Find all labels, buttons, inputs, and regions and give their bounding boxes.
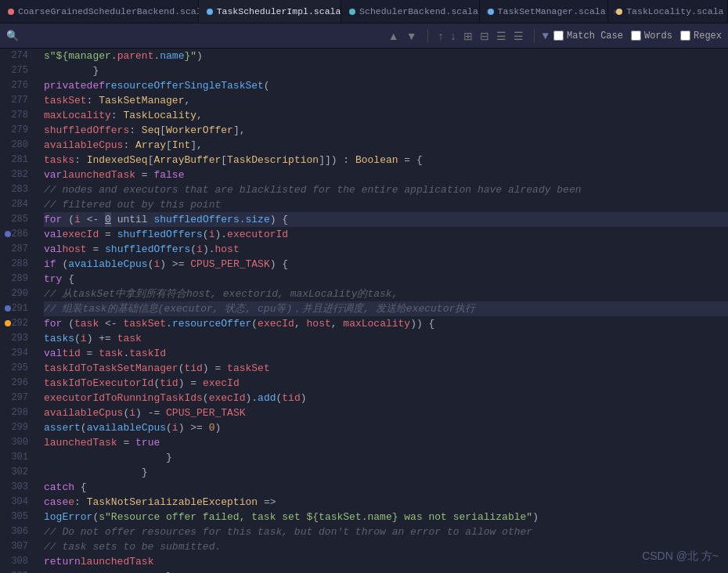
code-line: logError(s"Resource offer failed, task s… <box>44 510 728 524</box>
code-line: // task sets to be submitted. <box>44 539 728 554</box>
line-number: 304 <box>3 495 31 510</box>
line-number: 278 <box>3 108 31 123</box>
line-number: 308 <box>3 554 31 569</box>
code-line: availableCpus: Array[Int], <box>44 138 728 153</box>
result-btn3[interactable]: ☰ <box>494 29 509 43</box>
code-line: // 组装task的基础信息(executor, 状态, cpu等)，并且进行调… <box>44 301 728 316</box>
code-line: shuffledOffers: Seq[WorkerOffer], <box>44 123 728 138</box>
result-btn1[interactable]: ⊞ <box>461 29 475 43</box>
result-btn4[interactable]: ☰ <box>511 29 526 43</box>
code-line: case e: TaskNotSerializableException => <box>44 495 728 510</box>
line-number: 292 <box>3 316 31 331</box>
code-line: try { <box>44 272 728 286</box>
words-checkbox[interactable] <box>631 31 641 41</box>
search-nav2: ↑ ↓ ⊞ ⊟ ☰ ☰ <box>436 29 526 43</box>
code-line: // filtered out by this point <box>44 197 728 212</box>
search-nav: ▲ ▼ <box>386 29 420 43</box>
line-number: 282 <box>3 168 31 182</box>
line-numbers: 2742752762772782792802812822832842852862… <box>0 49 38 573</box>
scroll-up-button[interactable]: ↑ <box>436 29 446 43</box>
code-line: val host = shuffledOffers(i).host <box>44 242 728 257</box>
tab-dot <box>616 9 622 15</box>
tab-label: TaskSchedulerImpl.scala <box>217 6 341 16</box>
regex-label: Regex <box>694 31 722 41</box>
next-result-button[interactable]: ▼ <box>404 29 420 43</box>
line-number: 301 <box>3 450 31 465</box>
words-option[interactable]: Words <box>631 31 672 41</box>
match-case-label: Match Case <box>567 31 623 41</box>
line-number: 279 <box>3 123 31 138</box>
code-line: launchedTask = true <box>44 435 728 450</box>
search-divider <box>427 29 428 43</box>
regex-checkbox[interactable] <box>680 31 690 41</box>
line-number: 283 <box>3 182 31 197</box>
line-number: 305 <box>3 510 31 524</box>
search-options: Match Case Words Regex <box>553 31 722 41</box>
code-line: // 从taskSet中拿到所有符合host, exectorid, maxLo… <box>44 286 728 301</box>
code-line: availableCpus(i) -= CPUS_PER_TASK <box>44 405 728 420</box>
line-number: 306 <box>3 524 31 539</box>
code-line: tasks: IndexedSeq[ArrayBuffer[TaskDescri… <box>44 153 728 168</box>
line-number: 302 <box>3 465 31 480</box>
search-input[interactable] <box>23 30 381 41</box>
code-line: val tid = task.taskId <box>44 346 728 361</box>
line-number: 299 <box>3 420 31 435</box>
line-number: 284 <box>3 197 31 212</box>
code-line: } <box>44 450 728 465</box>
line-number: 280 <box>3 138 31 153</box>
match-case-option[interactable]: Match Case <box>553 31 623 41</box>
code-line: taskSet: TaskSetManager, <box>44 93 728 108</box>
tab-label: SchedulerBackend.scala <box>359 6 478 16</box>
code-line: for (task <- taskSet.resourceOffer(execI… <box>44 316 728 331</box>
match-case-checkbox[interactable] <box>553 31 564 41</box>
search-bar: 🔍 ▲ ▼ ↑ ↓ ⊞ ⊟ ☰ ☰ ▼ Match Case Words Reg… <box>0 23 728 49</box>
code-line: for (i <- 0 until shuffledOffers.size) { <box>44 212 728 227</box>
code-area[interactable]: s"${manager.parent.name}") } private def… <box>38 49 728 573</box>
scroll-down-button[interactable]: ↓ <box>449 29 459 43</box>
code-line: return launchedTask <box>44 554 728 569</box>
tab-label: TaskSetManager.scala <box>498 6 606 16</box>
line-number: 286 <box>3 227 31 242</box>
line-number: 294 <box>3 346 31 361</box>
code-line: private def resourceOfferSingleTaskSet( <box>44 78 728 93</box>
code-line: var launchedTask = false <box>44 168 728 182</box>
code-line: } <box>44 63 728 78</box>
line-number: 275 <box>3 63 31 78</box>
tab-dot <box>349 9 355 15</box>
line-number: 309 <box>3 569 31 573</box>
regex-option[interactable]: Regex <box>680 31 722 41</box>
tab-tasklocality[interactable]: TaskLocality.scala ✕ <box>608 0 728 23</box>
line-number: 300 <box>3 435 31 450</box>
result-btn2[interactable]: ⊟ <box>478 29 492 43</box>
line-number: 290 <box>3 286 31 301</box>
code-line: // Do not offer resources for this task,… <box>44 524 728 539</box>
filter-icon[interactable]: ▼ <box>542 30 549 42</box>
line-number: 295 <box>3 361 31 376</box>
tab-schedulerbackend[interactable]: SchedulerBackend.scala ✕ <box>341 0 480 23</box>
tab-tasksetmanager[interactable]: TaskSetManager.scala ✕ <box>480 0 609 23</box>
line-number: 289 <box>3 272 31 286</box>
code-line: maxLocality: TaskLocality, <box>44 108 728 123</box>
code-line: if (availableCpus(i) >= CPUS_PER_TASK) { <box>44 257 728 272</box>
code-line: // nodes and executors that are blacklis… <box>44 182 728 197</box>
line-number: 277 <box>3 93 31 108</box>
code-line: executorIdToRunningTaskIds(execId).add(t… <box>44 391 728 405</box>
words-label: Words <box>644 31 672 41</box>
tab-dot <box>207 9 213 15</box>
line-number: 285 <box>3 212 31 227</box>
tab-dot <box>8 9 14 15</box>
tab-label: CoarseGrainedSchedulerBackend.scala <box>18 6 207 16</box>
editor: 2742752762772782792802812822832842852862… <box>0 49 728 573</box>
line-number: 276 <box>3 78 31 93</box>
line-number: 281 <box>3 153 31 168</box>
code-line: } <box>44 569 728 573</box>
prev-result-button[interactable]: ▲ <box>386 29 402 43</box>
line-number: 291 <box>3 301 31 316</box>
line-number: 287 <box>3 242 31 257</box>
code-line: assert(availableCpus(i) >= 0) <box>44 420 728 435</box>
line-number: 307 <box>3 539 31 554</box>
tab-coarse[interactable]: CoarseGrainedSchedulerBackend.scala ✕ <box>0 0 199 23</box>
line-number: 298 <box>3 405 31 420</box>
tab-taskscheduler[interactable]: TaskSchedulerImpl.scala ✕ <box>199 0 341 23</box>
code-line: taskIdToTaskSetManager(tid) = taskSet <box>44 361 728 376</box>
